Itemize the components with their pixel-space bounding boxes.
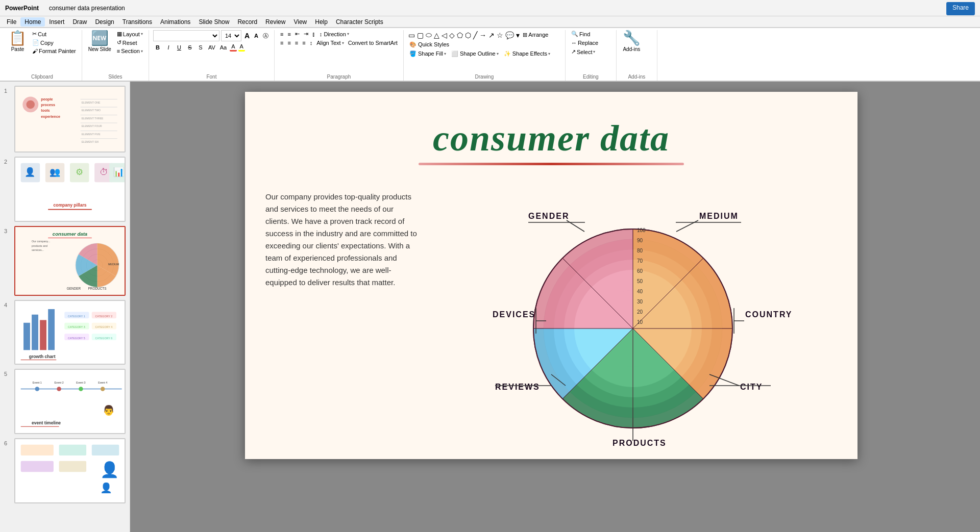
underline-button[interactable]: U bbox=[175, 44, 184, 51]
svg-text:Event 4: Event 4 bbox=[98, 381, 107, 384]
slide-thumb-2[interactable]: 2 👤 👥 ⚙ ⏱ 📊 company bbox=[4, 157, 126, 222]
menu-transitions[interactable]: Transitions bbox=[118, 17, 156, 27]
align-center-button[interactable]: ≡ bbox=[286, 39, 292, 46]
align-left-button[interactable]: ≡ bbox=[279, 39, 285, 46]
grow-font-button[interactable]: A bbox=[243, 31, 251, 40]
italic-button[interactable]: I bbox=[164, 44, 173, 51]
slide-thumb-5[interactable]: 5 Event 1 Event 2 Event 3 Event 4 bbox=[4, 369, 126, 434]
justify-button[interactable]: ≡ bbox=[301, 39, 307, 46]
slide-thumb-4[interactable]: 4 CATEGORY 1 CATEGORY 2 bbox=[4, 300, 126, 365]
direction-button[interactable]: ↕ Direction▾ bbox=[318, 31, 351, 38]
slide-thumb-inner-1[interactable]: people process tools experience ELEMENT … bbox=[14, 86, 126, 153]
pentagon-btn[interactable]: ⬠ bbox=[456, 31, 463, 40]
quick-styles-button[interactable]: 🎨 Quick Styles bbox=[408, 41, 451, 48]
shape-outline-button[interactable]: ⬜ Shape Outline ▾ bbox=[450, 50, 500, 58]
align-text-button[interactable]: Align Text▾ bbox=[315, 39, 346, 46]
more-shapes-btn[interactable]: ▾ bbox=[516, 31, 520, 40]
drawing-label: Drawing bbox=[408, 73, 561, 81]
hexagon-btn[interactable]: ⬡ bbox=[464, 31, 472, 40]
menu-insert[interactable]: Insert bbox=[45, 17, 68, 27]
svg-rect-46 bbox=[23, 322, 30, 349]
svg-point-68 bbox=[79, 387, 83, 392]
font-color-button[interactable]: A bbox=[230, 43, 236, 52]
menu-home[interactable]: Home bbox=[20, 17, 45, 27]
svg-rect-49 bbox=[48, 309, 55, 350]
menu-draw[interactable]: Draw bbox=[68, 17, 91, 27]
align-right-button[interactable]: ≡ bbox=[293, 39, 300, 46]
diamond-btn[interactable]: ◇ bbox=[449, 31, 455, 40]
arrange-button[interactable]: ⊞ Arrange bbox=[521, 31, 550, 39]
convert-smartart-button[interactable]: Convert to SmartArt bbox=[347, 39, 399, 46]
slide-thumb-1[interactable]: 1 people process tools experience ELEMEN… bbox=[4, 86, 126, 153]
new-slide-button[interactable]: 🆕 New Slide bbox=[86, 30, 113, 53]
callout-btn[interactable]: 💬 bbox=[505, 31, 514, 40]
arrow-btn[interactable]: → bbox=[479, 31, 487, 40]
connector-btn[interactable]: ↗ bbox=[488, 31, 495, 40]
line-btn[interactable]: ╱ bbox=[473, 31, 478, 40]
slide-thumb-inner-3[interactable]: consumer data Our company... bbox=[14, 226, 126, 295]
star-btn[interactable]: ☆ bbox=[496, 31, 504, 40]
slide-thumb-inner-5[interactable]: Event 1 Event 2 Event 3 Event 4 👨 event … bbox=[14, 369, 126, 434]
rect-shape-btn[interactable]: ▭ bbox=[408, 31, 415, 40]
rounded-rect-btn[interactable]: ▢ bbox=[416, 31, 424, 40]
svg-text:event timeline: event timeline bbox=[32, 420, 61, 425]
menu-record[interactable]: Record bbox=[233, 17, 261, 27]
svg-text:Our company...: Our company... bbox=[32, 240, 50, 243]
slide-thumb-inner-4[interactable]: CATEGORY 1 CATEGORY 2 CATEGORY 3 CATEGOR… bbox=[14, 300, 126, 365]
columns-button[interactable]: ⫿ bbox=[311, 31, 317, 38]
paste-button[interactable]: 📋 Paste bbox=[7, 30, 29, 53]
font-name-select[interactable] bbox=[153, 30, 219, 41]
app-title: PowerPoint bbox=[5, 5, 39, 12]
slide-thumb-inner-2[interactable]: 👤 👥 ⚙ ⏱ 📊 company pillars bbox=[14, 157, 126, 222]
shrink-font-button[interactable]: A bbox=[253, 32, 260, 39]
svg-point-67 bbox=[57, 387, 61, 392]
section-button[interactable]: ≡ Section ▾ bbox=[115, 47, 144, 55]
menu-view[interactable]: View bbox=[289, 17, 311, 27]
line-spacing-button[interactable]: ↕ bbox=[308, 39, 314, 46]
menu-help[interactable]: Help bbox=[311, 17, 332, 27]
numbering-button[interactable]: ≡ bbox=[286, 31, 292, 38]
share-button[interactable]: Share bbox=[946, 2, 975, 15]
paste-icon: 📋 bbox=[9, 31, 27, 45]
slide-panel[interactable]: 1 people process tools experience ELEMEN… bbox=[0, 82, 130, 532]
increase-indent-button[interactable]: ⇥ bbox=[302, 30, 310, 38]
slide-thumb-6[interactable]: 6 👤 👤 bbox=[4, 438, 126, 503]
bullets-button[interactable]: ≡ bbox=[279, 31, 285, 38]
layout-button[interactable]: ▦ Layout ▾ bbox=[115, 30, 144, 38]
menu-character-scripts[interactable]: Character Scripts bbox=[332, 17, 387, 27]
shape-fill-button[interactable]: 🪣 Shape Fill ▾ bbox=[408, 50, 448, 58]
format-painter-button[interactable]: 🖌 Format Painter bbox=[31, 47, 78, 55]
replace-button[interactable]: ↔ Replace bbox=[570, 39, 600, 46]
oval-btn[interactable]: ⬭ bbox=[425, 30, 432, 40]
decrease-indent-button[interactable]: ⇤ bbox=[293, 30, 301, 38]
svg-text:⚙: ⚙ bbox=[76, 168, 83, 178]
slide-thumb-3[interactable]: 3 consumer data bbox=[4, 226, 126, 295]
clear-format-button[interactable]: Ⓐ bbox=[261, 32, 270, 40]
highlight-button[interactable]: A bbox=[238, 43, 245, 52]
slide-num-4: 4 bbox=[4, 302, 11, 308]
select-button[interactable]: ↗ Select ▾ bbox=[570, 48, 597, 56]
copy-button[interactable]: 📄 Copy bbox=[31, 39, 78, 46]
svg-text:10: 10 bbox=[637, 319, 643, 325]
svg-text:Event 1: Event 1 bbox=[33, 381, 42, 384]
menu-review[interactable]: Review bbox=[261, 17, 289, 27]
font-size-select[interactable]: 14 bbox=[221, 30, 241, 41]
slide-thumb-inner-6[interactable]: 👤 👤 bbox=[14, 438, 126, 503]
triangle-btn[interactable]: △ bbox=[433, 31, 440, 40]
find-button[interactable]: 🔍 Find bbox=[570, 30, 592, 38]
shadow-button[interactable]: S bbox=[196, 44, 205, 51]
bold-button[interactable]: B bbox=[153, 44, 162, 51]
menu-animations[interactable]: Animations bbox=[156, 17, 194, 27]
rtriangle-btn[interactable]: ◁ bbox=[441, 31, 448, 40]
addins-button[interactable]: 🔧 Add-ins bbox=[621, 30, 643, 53]
change-case-button[interactable]: Aa bbox=[218, 44, 228, 51]
menu-file[interactable]: File bbox=[3, 17, 20, 27]
char-spacing-button[interactable]: AV bbox=[207, 44, 217, 51]
shape-effects-button[interactable]: ✨ Shape Effects ▾ bbox=[502, 50, 552, 58]
menu-slideshow[interactable]: Slide Show bbox=[194, 17, 233, 27]
menu-design[interactable]: Design bbox=[91, 17, 118, 27]
slide-text-content: Our company provides top-quality product… bbox=[265, 191, 419, 446]
strikethrough-button[interactable]: S bbox=[185, 44, 194, 51]
reset-button[interactable]: ↺ Reset bbox=[115, 39, 144, 46]
cut-button[interactable]: ✂ Cut bbox=[31, 30, 78, 38]
